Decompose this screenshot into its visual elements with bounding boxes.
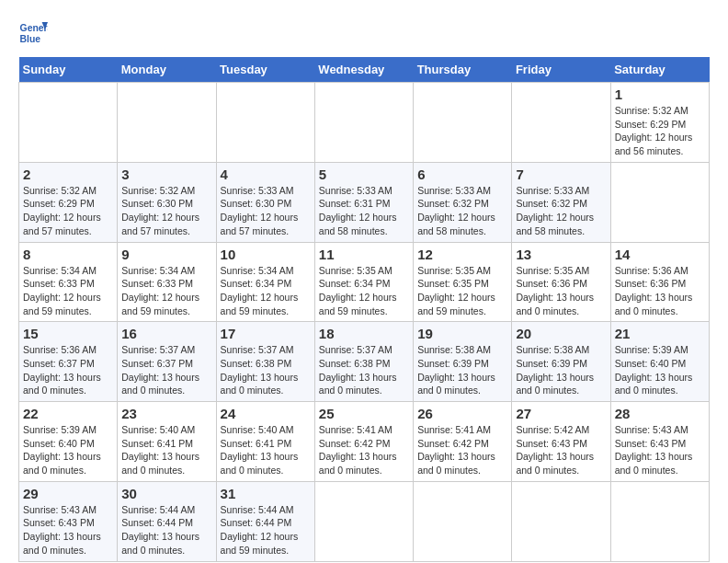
day-header-saturday: Saturday [610, 57, 709, 83]
page-header: General Blue [18, 18, 710, 48]
calendar-cell [610, 481, 709, 561]
week-row-3: 8 Sunrise: 5:34 AMSunset: 6:33 PMDayligh… [19, 242, 710, 322]
week-row-1: 1 Sunrise: 5:32 AMSunset: 6:29 PMDayligh… [19, 83, 710, 163]
day-info: Sunrise: 5:34 AMSunset: 6:33 PMDaylight:… [121, 265, 199, 316]
day-info: Sunrise: 5:42 AMSunset: 6:43 PMDaylight:… [516, 424, 594, 476]
day-info: Sunrise: 5:32 AMSunset: 6:29 PMDaylight:… [615, 105, 693, 156]
day-number: 29 [23, 486, 113, 501]
calendar-cell [314, 481, 413, 561]
calendar-cell: 8 Sunrise: 5:34 AMSunset: 6:33 PMDayligh… [19, 242, 118, 322]
day-info: Sunrise: 5:44 AMSunset: 6:44 PMDaylight:… [221, 504, 299, 556]
day-info: Sunrise: 5:32 AMSunset: 6:29 PMDaylight:… [23, 185, 101, 236]
calendar-cell: 16 Sunrise: 5:37 AMSunset: 6:37 PMDaylig… [118, 322, 216, 402]
day-number: 19 [417, 326, 507, 341]
calendar-cell: 14 Sunrise: 5:36 AMSunset: 6:36 PMDaylig… [610, 242, 709, 322]
calendar-cell: 1 Sunrise: 5:32 AMSunset: 6:29 PMDayligh… [610, 83, 709, 163]
calendar-cell: 5 Sunrise: 5:33 AMSunset: 6:31 PMDayligh… [314, 162, 413, 242]
calendar-cell [314, 83, 413, 163]
calendar-cell: 28 Sunrise: 5:43 AMSunset: 6:43 PMDaylig… [610, 402, 709, 482]
day-info: Sunrise: 5:34 AMSunset: 6:34 PMDaylight:… [221, 265, 299, 316]
day-info: Sunrise: 5:35 AMSunset: 6:34 PMDaylight:… [319, 265, 397, 316]
calendar-cell: 29 Sunrise: 5:43 AMSunset: 6:43 PMDaylig… [19, 481, 118, 561]
day-info: Sunrise: 5:43 AMSunset: 6:43 PMDaylight:… [23, 504, 101, 556]
calendar-table: SundayMondayTuesdayWednesdayThursdayFrid… [18, 57, 710, 562]
day-number: 18 [319, 326, 409, 341]
calendar-cell: 20 Sunrise: 5:38 AMSunset: 6:39 PMDaylig… [512, 322, 610, 402]
calendar-cell: 10 Sunrise: 5:34 AMSunset: 6:34 PMDaylig… [216, 242, 314, 322]
day-number: 6 [417, 167, 507, 182]
day-info: Sunrise: 5:36 AMSunset: 6:36 PMDaylight:… [615, 265, 693, 316]
calendar-cell: 15 Sunrise: 5:36 AMSunset: 6:37 PMDaylig… [19, 322, 118, 402]
day-info: Sunrise: 5:33 AMSunset: 6:31 PMDaylight:… [319, 185, 397, 236]
calendar-cell: 17 Sunrise: 5:37 AMSunset: 6:38 PMDaylig… [216, 322, 314, 402]
calendar-cell [414, 83, 512, 163]
day-number: 15 [23, 326, 113, 341]
day-number: 16 [121, 326, 211, 341]
logo-icon: General Blue [18, 18, 48, 48]
calendar-cell: 4 Sunrise: 5:33 AMSunset: 6:30 PMDayligh… [216, 162, 314, 242]
calendar-cell: 26 Sunrise: 5:41 AMSunset: 6:42 PMDaylig… [414, 402, 512, 482]
day-number: 4 [221, 167, 311, 182]
day-number: 1 [615, 86, 705, 102]
calendar-cell: 2 Sunrise: 5:32 AMSunset: 6:29 PMDayligh… [19, 162, 118, 242]
day-header-thursday: Thursday [414, 57, 512, 83]
day-info: Sunrise: 5:38 AMSunset: 6:39 PMDaylight:… [516, 344, 594, 396]
calendar-cell: 13 Sunrise: 5:35 AMSunset: 6:36 PMDaylig… [512, 242, 610, 322]
calendar-cell [216, 83, 314, 163]
svg-text:Blue: Blue [20, 34, 41, 44]
calendar-cell: 22 Sunrise: 5:39 AMSunset: 6:40 PMDaylig… [19, 402, 118, 482]
day-header-monday: Monday [118, 57, 216, 83]
day-info: Sunrise: 5:41 AMSunset: 6:42 PMDaylight:… [417, 424, 495, 476]
calendar-cell: 23 Sunrise: 5:40 AMSunset: 6:41 PMDaylig… [118, 402, 216, 482]
day-header-sunday: Sunday [19, 57, 118, 83]
calendar-cell: 24 Sunrise: 5:40 AMSunset: 6:41 PMDaylig… [216, 402, 314, 482]
day-number: 31 [221, 486, 311, 501]
day-info: Sunrise: 5:33 AMSunset: 6:32 PMDaylight:… [516, 185, 594, 236]
day-number: 17 [221, 326, 311, 341]
day-number: 27 [516, 406, 606, 421]
day-number: 22 [23, 406, 113, 421]
calendar-cell [512, 481, 610, 561]
day-info: Sunrise: 5:44 AMSunset: 6:44 PMDaylight:… [121, 504, 199, 556]
calendar-cell: 30 Sunrise: 5:44 AMSunset: 6:44 PMDaylig… [118, 481, 216, 561]
calendar-cell: 7 Sunrise: 5:33 AMSunset: 6:32 PMDayligh… [512, 162, 610, 242]
calendar-cell: 3 Sunrise: 5:32 AMSunset: 6:30 PMDayligh… [118, 162, 216, 242]
day-info: Sunrise: 5:34 AMSunset: 6:33 PMDaylight:… [23, 265, 101, 316]
day-number: 11 [319, 247, 409, 262]
week-row-6: 29 Sunrise: 5:43 AMSunset: 6:43 PMDaylig… [19, 481, 710, 561]
calendar-cell: 18 Sunrise: 5:37 AMSunset: 6:38 PMDaylig… [314, 322, 413, 402]
day-header-tuesday: Tuesday [216, 57, 314, 83]
calendar-cell: 11 Sunrise: 5:35 AMSunset: 6:34 PMDaylig… [314, 242, 413, 322]
day-number: 24 [221, 406, 311, 421]
calendar-cell: 6 Sunrise: 5:33 AMSunset: 6:32 PMDayligh… [414, 162, 512, 242]
day-info: Sunrise: 5:37 AMSunset: 6:38 PMDaylight:… [319, 344, 397, 396]
day-number: 23 [121, 406, 211, 421]
day-info: Sunrise: 5:38 AMSunset: 6:39 PMDaylight:… [417, 344, 495, 396]
calendar-cell: 21 Sunrise: 5:39 AMSunset: 6:40 PMDaylig… [610, 322, 709, 402]
day-number: 13 [516, 247, 606, 262]
day-info: Sunrise: 5:40 AMSunset: 6:41 PMDaylight:… [121, 424, 199, 476]
week-row-2: 2 Sunrise: 5:32 AMSunset: 6:29 PMDayligh… [19, 162, 710, 242]
calendar-cell [118, 83, 216, 163]
day-info: Sunrise: 5:41 AMSunset: 6:42 PMDaylight:… [319, 424, 397, 476]
calendar-cell [610, 162, 709, 242]
day-info: Sunrise: 5:37 AMSunset: 6:38 PMDaylight:… [221, 344, 299, 396]
day-number: 20 [516, 326, 606, 341]
day-number: 25 [319, 406, 409, 421]
day-number: 10 [221, 247, 311, 262]
calendar-cell: 31 Sunrise: 5:44 AMSunset: 6:44 PMDaylig… [216, 481, 314, 561]
logo: General Blue [18, 18, 51, 48]
day-info: Sunrise: 5:43 AMSunset: 6:43 PMDaylight:… [615, 424, 693, 476]
day-number: 21 [615, 326, 705, 341]
week-row-4: 15 Sunrise: 5:36 AMSunset: 6:37 PMDaylig… [19, 322, 710, 402]
calendar-cell [414, 481, 512, 561]
day-number: 9 [121, 247, 211, 262]
day-number: 3 [121, 167, 211, 182]
day-info: Sunrise: 5:33 AMSunset: 6:30 PMDaylight:… [221, 185, 299, 236]
day-info: Sunrise: 5:36 AMSunset: 6:37 PMDaylight:… [23, 344, 101, 396]
calendar-header: SundayMondayTuesdayWednesdayThursdayFrid… [19, 57, 710, 83]
day-info: Sunrise: 5:33 AMSunset: 6:32 PMDaylight:… [417, 185, 495, 236]
calendar-cell: 25 Sunrise: 5:41 AMSunset: 6:42 PMDaylig… [314, 402, 413, 482]
day-header-friday: Friday [512, 57, 610, 83]
day-number: 8 [23, 247, 113, 262]
